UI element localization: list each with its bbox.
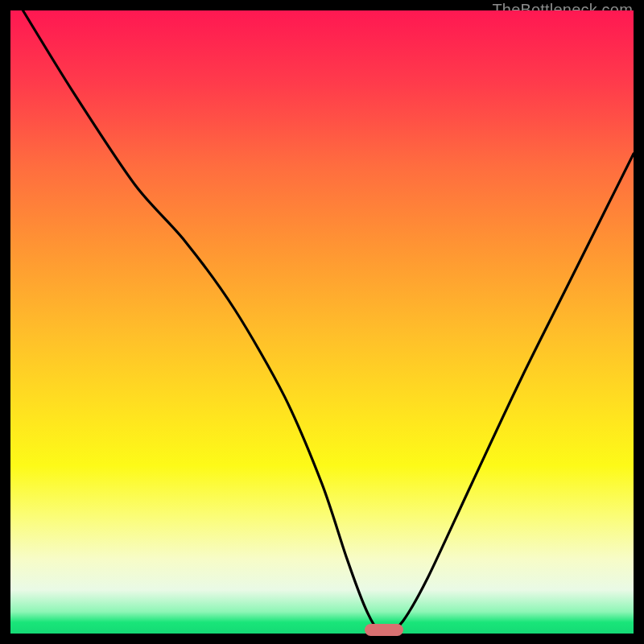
curve-path (23, 10, 634, 631)
optimal-marker (365, 624, 403, 636)
chart-plot-area (10, 10, 634, 634)
bottleneck-curve (10, 10, 634, 634)
